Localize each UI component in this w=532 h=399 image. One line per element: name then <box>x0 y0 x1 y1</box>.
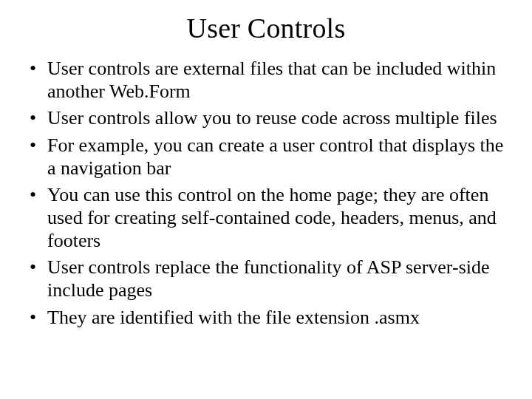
list-item: For example, you can create a user contr… <box>28 134 511 180</box>
list-item: You can use this control on the home pag… <box>28 184 511 252</box>
list-item: User controls allow you to reuse code ac… <box>28 107 511 130</box>
slide-title: User Controls <box>21 12 511 44</box>
list-item: User controls replace the functionality … <box>28 256 511 301</box>
list-item: They are identified with the file extens… <box>28 307 511 330</box>
bullet-list: User controls are external files that ca… <box>21 58 511 329</box>
list-item: User controls are external files that ca… <box>28 58 511 103</box>
slide: User Controls User controls are external… <box>0 0 532 399</box>
